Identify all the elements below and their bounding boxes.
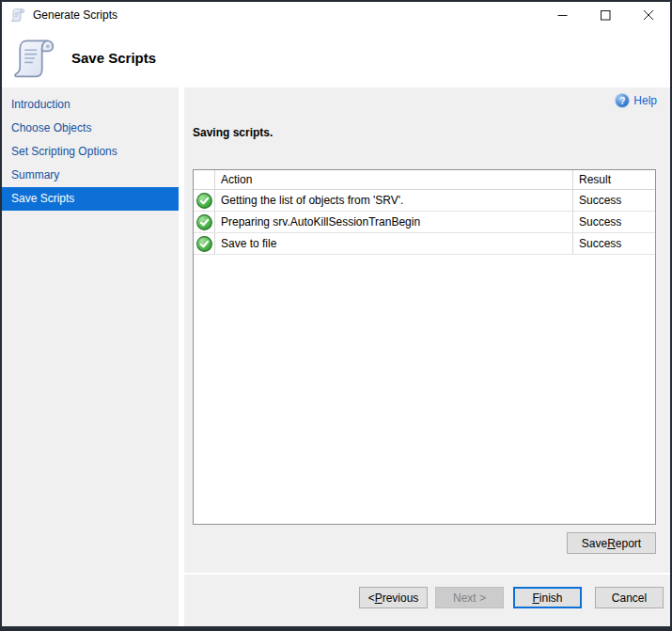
sidebar-item-summary[interactable]: Summary [2,164,179,187]
progress-table-header: Action Result [194,170,655,190]
sidebar-item-set-scripting-options[interactable]: Set Scripting Options [2,140,179,164]
generate-scripts-window: Generate Scripts Save Scripts Introducti… [0,0,672,631]
result-cell: Success [573,190,655,211]
close-button[interactable] [627,2,670,28]
status-text: Saving scripts. [193,126,273,139]
sidebar-item-label: Summary [11,168,59,181]
window-title: Generate Scripts [33,8,117,22]
finish-button[interactable]: Finish [513,587,582,608]
window-controls [540,2,670,28]
column-header-result: Result [573,170,655,189]
wizard-body: Introduction Choose Objects Set Scriptin… [2,87,670,626]
column-header-icon [194,170,215,189]
success-check-icon [196,214,212,230]
sidebar-item-label: Save Scripts [11,192,74,205]
action-cell: Getting the list of objects from 'SRV'. [215,190,573,211]
result-cell: Success [573,233,655,254]
sidebar-item-introduction[interactable]: Introduction [2,93,179,117]
action-cell: Preparing srv.AutoKillSessionTranBegin [215,212,573,232]
sidebar-item-label: Choose Objects [11,121,91,134]
success-check-icon [196,193,212,209]
sidebar-item-choose-objects[interactable]: Choose Objects [2,117,179,140]
progress-table-rows: Getting the list of objects from 'SRV'. … [194,190,655,255]
script-scroll-icon-large [11,36,56,81]
help-label: Help [633,94,657,107]
title-bar: Generate Scripts [2,2,670,28]
previous-button[interactable]: < Previous [359,587,428,608]
script-scroll-icon [10,8,25,23]
save-report-button[interactable]: Save Report [567,532,656,554]
result-cell: Success [573,212,655,232]
cancel-button[interactable]: Cancel [595,587,664,608]
action-cell: Save to file [215,233,573,254]
content-pane: ? Help Saving scripts. Action Result Get… [184,87,670,573]
table-row[interactable]: Getting the list of objects from 'SRV'. … [194,190,655,212]
table-row[interactable]: Preparing srv.AutoKillSessionTranBegin S… [194,212,655,233]
wizard-footer: < Previous Next > Finish Cancel [184,575,670,626]
sidebar-item-save-scripts[interactable]: Save Scripts [2,187,179,211]
page-title: Save Scripts [71,50,156,66]
main-column: ? Help Saving scripts. Action Result Get… [184,87,670,626]
next-button: Next > [435,587,504,608]
help-icon: ? [616,94,629,107]
maximize-button[interactable] [584,2,627,28]
table-row[interactable]: Save to file Success [194,233,655,255]
wizard-steps-sidebar: Introduction Choose Objects Set Scriptin… [2,87,179,626]
column-header-action: Action [215,170,573,189]
success-check-icon [196,236,212,252]
progress-table: Action Result Getting the list of object… [193,169,656,525]
sidebar-item-label: Introduction [11,98,70,111]
help-link[interactable]: ? Help [616,94,657,107]
sidebar-item-label: Set Scripting Options [11,145,117,158]
minimize-button[interactable] [540,2,584,28]
wizard-header: Save Scripts [2,28,670,87]
